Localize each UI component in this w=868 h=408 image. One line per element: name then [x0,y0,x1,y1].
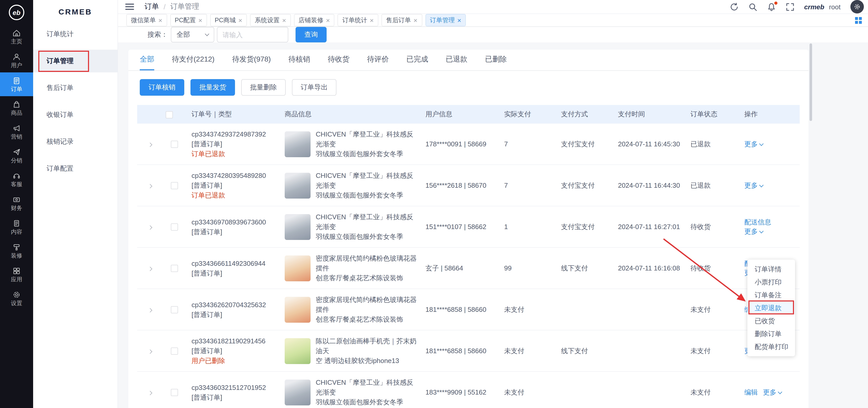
order-type: [普通订单] [191,268,276,278]
row-checkbox[interactable] [171,182,178,190]
sidebar-item-order-management[interactable]: 订单管理 [33,49,118,72]
paid-amount: 99 [499,247,556,289]
search-filter-select[interactable]: 全部 [171,27,214,42]
page-tab-system-settings[interactable]: 系统设置× [250,14,291,26]
status-tab-unshipped[interactable]: 待发货(978) [232,55,271,70]
rail-item-orders[interactable]: 订单 [0,72,33,96]
batch-ship-button[interactable]: 批量发货 [190,79,235,96]
edit-link[interactable]: 编辑 [744,388,758,396]
secondary-sidebar: CRMEB 订单统计 订单管理 售后订单 收银订单 核销记录 订单配置 [33,0,118,408]
pay-time: 2024-07-11 16:44:30 [613,165,685,206]
app-logo[interactable]: eb [0,0,33,25]
search-button[interactable] [748,2,757,11]
sidebar-item-order-config[interactable]: 订单配置 [33,157,118,180]
rail-item-finance[interactable]: 财务 [0,191,33,215]
row-checkbox[interactable] [171,224,178,231]
more-link[interactable]: 更多 [744,140,763,148]
expand-row-icon[interactable] [148,226,152,230]
table-row: cp334374280395489280[普通订单]订单已退款 CHICVEN「… [137,165,800,206]
fullscreen-button[interactable] [785,2,794,11]
rail-item-decorate[interactable]: 装修 [0,239,33,263]
refresh-button[interactable] [730,2,738,11]
order-number: cp334361821190291456 [191,336,276,346]
rail-item-apps[interactable]: 应用 [0,263,33,286]
status-tab-to-verify[interactable]: 待核销 [288,55,310,70]
order-export-button[interactable]: 订单导出 [292,79,336,96]
expand-row-icon[interactable] [148,267,152,271]
status-tab-refunded[interactable]: 已退款 [446,55,467,70]
more-link[interactable]: 更多 [763,388,781,396]
close-tab-icon[interactable]: × [457,17,461,24]
close-tab-icon[interactable]: × [198,17,203,24]
close-tab-icon[interactable]: × [326,17,330,24]
sidebar-item-order-statistics[interactable]: 订单统计 [33,23,118,45]
expand-row-icon[interactable] [148,391,152,395]
expand-row-icon[interactable] [148,349,152,354]
rail-item-users[interactable]: 用户 [0,48,33,72]
page-tab-order-statistics[interactable]: 订单统计× [338,14,378,26]
username[interactable]: root [829,3,841,10]
more-link[interactable]: 更多 [744,227,763,235]
order-number: cp334360321512701952 [191,382,276,392]
row-checkbox[interactable] [171,389,178,396]
page-tab-pc-mall[interactable]: PC商城× [210,14,247,26]
status-tab-to-receive[interactable]: 待收货 [328,55,349,70]
context-menu-item-picking-print[interactable]: 配货单打印 [747,340,795,353]
context-menu-item-refund[interactable]: 立即退款 [747,302,795,314]
marketing-icon [12,124,21,132]
close-tab-icon[interactable]: × [413,17,417,24]
rail-item-content[interactable]: 内容 [0,215,33,239]
user-icon [12,53,21,61]
more-link[interactable]: 更多 [744,181,763,189]
row-checkbox[interactable] [171,265,178,272]
collapse-menu-button[interactable] [125,4,134,10]
rail-item-service[interactable]: 客服 [0,168,33,191]
rail-item-settings[interactable]: 设置 [0,286,33,310]
breadcrumb-section[interactable]: 订单 [145,2,159,11]
status-tab-unpaid[interactable]: 待支付(2212) [172,55,215,70]
expand-row-icon[interactable] [148,143,152,147]
close-tab-icon[interactable]: × [282,17,286,24]
status-tab-to-review[interactable]: 待评价 [367,55,389,70]
rail-item-distribution[interactable]: 分销 [0,144,33,168]
context-menu-item-received[interactable]: 已收货 [747,314,795,327]
notification-button[interactable] [767,2,776,11]
sidebar-item-aftersale-orders[interactable]: 售后订单 [33,76,118,99]
user-avatar[interactable] [850,0,864,13]
expand-row-icon[interactable] [148,184,152,189]
row-checkbox[interactable] [171,306,178,314]
sidebar-item-cashier-orders[interactable]: 收银订单 [33,103,118,126]
close-tab-icon[interactable]: × [238,17,242,24]
row-checkbox[interactable] [171,141,178,148]
batch-delete-button[interactable]: 批量删除 [241,79,286,96]
order-verify-button[interactable]: 订单核销 [140,79,184,96]
scrollbar-thumb[interactable] [809,43,812,121]
rail-item-products[interactable]: 商品 [0,96,33,120]
page-tab-wechat-menu[interactable]: 微信菜单× [126,14,167,26]
close-tab-icon[interactable]: × [158,17,162,24]
rail-item-home[interactable]: 主页 [0,25,33,48]
page-tab-pc-config[interactable]: PC配置× [170,14,207,26]
product-name: CHICVEN「摩登工业」科技感反光渐变羽绒服立领面包服外套女冬季 [316,171,417,200]
search-input[interactable] [217,27,288,42]
context-menu-item-order-remark[interactable]: 订单备注 [747,288,795,302]
context-menu-item-delete-order[interactable]: 删除订单 [747,327,795,340]
close-tab-icon[interactable]: × [370,17,374,24]
select-all-checkbox[interactable] [166,111,173,118]
page-tab-aftersale-orders[interactable]: 售后订单× [381,14,422,26]
sidebar-item-verify-records[interactable]: 核销记录 [33,130,118,153]
context-menu-item-receipt-print[interactable]: 小票打印 [747,276,795,288]
status-tab-all[interactable]: 全部 [140,55,154,70]
search-submit-button[interactable]: 查询 [296,27,327,42]
page-tab-store-decorate[interactable]: 店铺装修× [294,14,334,26]
home-icon [12,29,21,37]
rail-item-marketing[interactable]: 营销 [0,120,33,144]
delivery-info-link[interactable]: 配送信息 [744,218,771,226]
context-menu-item-order-detail[interactable]: 订单详情 [747,263,795,276]
status-tab-deleted[interactable]: 已删除 [485,55,507,70]
tab-list-button[interactable] [855,17,862,24]
status-tab-completed[interactable]: 已完成 [406,55,428,70]
expand-row-icon[interactable] [148,308,152,313]
page-tab-order-management[interactable]: 订单管理× [425,14,466,26]
row-checkbox[interactable] [171,348,178,355]
